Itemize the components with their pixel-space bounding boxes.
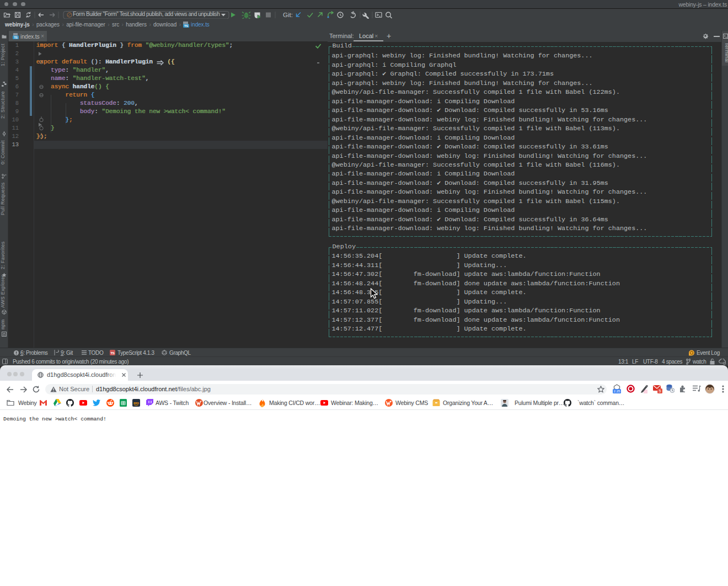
svg-text:2.25: 2.25 — [613, 389, 620, 393]
svg-text:Git:: Git: — [283, 12, 293, 18]
svg-text:aws: aws — [133, 401, 139, 404]
svg-text:TS: TS — [184, 24, 188, 28]
svg-text:TS: TS — [14, 36, 18, 39]
svg-text:5: 5 — [659, 389, 661, 393]
svg-text:TS: TS — [111, 351, 115, 355]
